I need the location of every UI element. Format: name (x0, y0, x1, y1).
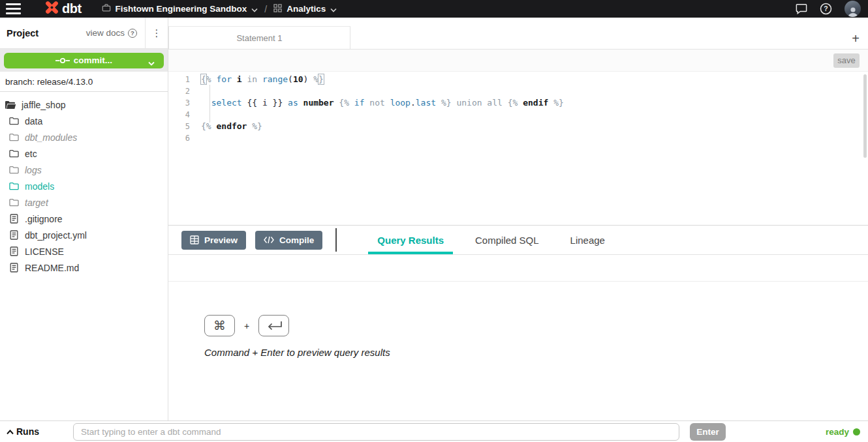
line-number: 1 (168, 74, 201, 85)
dbt-logo[interactable]: dbt (44, 0, 82, 18)
tree-item-data[interactable]: data (0, 113, 168, 129)
project-title: Project (7, 28, 39, 38)
code-editor[interactable]: 1{% for i in range(10) %}23 select {{ i … (168, 72, 868, 225)
folder-open-icon (5, 100, 16, 110)
tree-item-dbt-project-yml[interactable]: dbt_project.yml (0, 227, 168, 243)
tree-item-label: dbt_project.yml (25, 230, 87, 241)
dbt-command-input[interactable] (73, 423, 679, 441)
active-tab-underline (368, 252, 453, 254)
line-number: 6 (168, 132, 201, 144)
code-line-3[interactable]: 3 select {{ i }} as number {% if not loo… (168, 97, 868, 109)
new-tab-button[interactable]: + (848, 31, 863, 46)
tree-item-label: jaffle_shop (22, 100, 65, 110)
console-hairline (168, 281, 868, 282)
commit-button-label: commit... (74, 55, 112, 65)
tree-item-label: etc (25, 149, 37, 159)
tree-item-label: data (25, 116, 42, 126)
enter-key-icon (258, 315, 289, 336)
git-commit-icon (55, 57, 70, 64)
console-tab-label: Compiled SQL (475, 235, 539, 246)
table-grid-icon (190, 235, 199, 244)
user-avatar[interactable] (845, 1, 861, 17)
status-indicator: ready (826, 427, 860, 437)
chevron-down-icon (251, 3, 258, 15)
code-icon (264, 236, 274, 244)
crumb-separator: / (264, 4, 267, 14)
line-number: 3 (168, 97, 201, 109)
folder-icon (8, 166, 20, 174)
commit-band: commit... (0, 49, 168, 72)
save-button[interactable]: save (833, 53, 860, 68)
command-key-icon: ⌘ (204, 315, 235, 336)
tree-item-license[interactable]: LICENSE (0, 243, 168, 259)
console-tab-query-results[interactable]: Query Results (362, 226, 459, 254)
tree-item-etc[interactable]: etc (0, 145, 168, 162)
grid-icon (273, 3, 282, 15)
tree-item-label: LICENSE (25, 246, 64, 257)
runs-label: Runs (16, 426, 39, 437)
environment-switcher[interactable]: Analytics (273, 3, 337, 15)
code-line-1[interactable]: 1{% for i in range(10) %} (168, 74, 868, 85)
code-line-4[interactable]: 4 (168, 109, 868, 121)
indent-guide (209, 85, 210, 123)
env-crumb-label: Analytics (287, 4, 326, 14)
console-tab-lineage[interactable]: Lineage (555, 226, 621, 254)
tree-item-readme-md[interactable]: README.md (0, 259, 168, 276)
tree-item-label: target (25, 198, 48, 208)
console-header: Preview Compile Query ResultsCom (168, 226, 868, 255)
plus-icon: + (852, 31, 860, 46)
editor-scrollbar[interactable] (863, 74, 867, 158)
status-text: ready (826, 427, 849, 437)
commit-button[interactable]: commit... (4, 53, 164, 68)
project-switcher[interactable]: Fishtown Engineering Sandbox (102, 3, 258, 15)
folder-icon (8, 117, 20, 125)
editor-toolbar: save (168, 50, 868, 72)
runs-toggle[interactable]: Runs (0, 426, 73, 437)
console-tabs: Query ResultsCompiled SQLLineage (362, 226, 621, 254)
console-tab-label: Lineage (570, 235, 605, 246)
editor-main: Statement 1 + save 1{% for i in range(10… (168, 18, 868, 420)
view-docs-link[interactable]: view docs ? (86, 28, 145, 38)
tree-item--gitignore[interactable]: .gitignore (0, 211, 168, 227)
code-line-6[interactable]: 6 (168, 132, 868, 144)
folder-icon (8, 198, 20, 207)
editor-tabstrip: Statement 1 + (168, 18, 868, 50)
preview-button[interactable]: Preview (181, 231, 246, 250)
code-line-5[interactable]: 5{% endfor %} (168, 121, 868, 132)
briefcase-icon (102, 3, 111, 15)
folder-icon (8, 182, 20, 190)
folder-icon (8, 149, 20, 158)
tree-item-dbt-modules[interactable]: dbt_modules (0, 129, 168, 145)
tree-item-target[interactable]: target (0, 194, 168, 211)
help-button[interactable]: ? (820, 3, 832, 15)
folder-icon (8, 133, 20, 141)
code-line-2[interactable]: 2 (168, 85, 868, 97)
line-number: 5 (168, 121, 201, 132)
file-explorer-sidebar: Project view docs ? ⋮ commit... (0, 18, 168, 420)
console-tab-compiled-sql[interactable]: Compiled SQL (459, 226, 555, 254)
hamburger-menu-icon[interactable] (6, 3, 21, 14)
enter-button[interactable]: Enter (690, 423, 726, 441)
tree-item-jaffle-shop[interactable]: jaffle_shop (0, 96, 168, 113)
dbt-logo-icon (44, 0, 60, 18)
tree-item-models[interactable]: models (0, 178, 168, 194)
tree-item-label: dbt_modules (25, 132, 77, 143)
sidebar-menu-button[interactable]: ⋮ (145, 18, 168, 49)
tree-item-label: .gitignore (25, 214, 63, 224)
tree-item-logs[interactable]: logs (0, 162, 168, 178)
dbt-ide-app: dbt Fishtown Engineering Sandbox / Analy… (0, 0, 868, 442)
feedback-chat-button[interactable] (796, 3, 807, 14)
compile-button[interactable]: Compile (255, 231, 322, 250)
console-body: ⌘ + Command + Enter to preview query res… (168, 255, 868, 420)
top-navbar: dbt Fishtown Engineering Sandbox / Analy… (0, 0, 868, 18)
plus-separator: + (244, 321, 249, 331)
code-text: {% endfor %} (201, 121, 262, 132)
results-console: Preview Compile Query ResultsCom (168, 225, 868, 420)
chevron-up-icon (7, 426, 14, 437)
status-dot-icon (853, 428, 860, 435)
console-tab-label: Query Results (377, 235, 444, 246)
tab-statement-1[interactable]: Statement 1 (168, 26, 350, 50)
chevron-down-icon (148, 58, 155, 68)
console-divider (335, 228, 337, 252)
dbt-logo-text: dbt (62, 1, 82, 16)
